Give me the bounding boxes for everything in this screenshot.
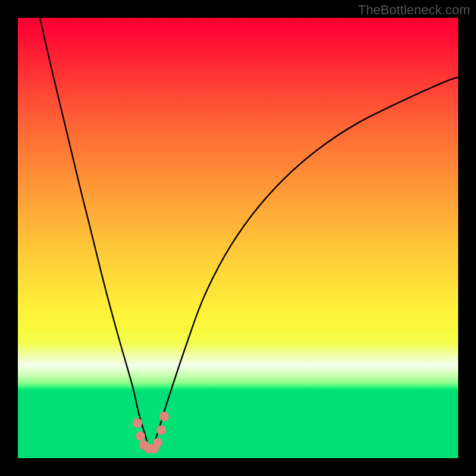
curve-data-points — [18, 18, 458, 458]
data-point — [156, 425, 166, 435]
data-point — [159, 412, 169, 421]
data-point — [136, 431, 145, 441]
data-point — [133, 418, 142, 428]
data-point — [153, 438, 162, 447]
watermark-text: TheBottleneck.com — [358, 2, 470, 18]
